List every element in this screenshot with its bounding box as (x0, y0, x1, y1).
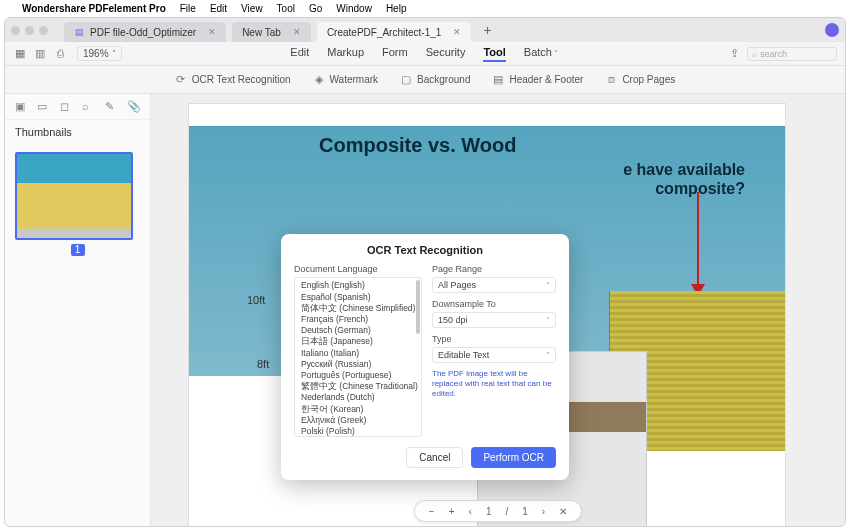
watermark-button[interactable]: ◈Watermark (313, 74, 379, 86)
dialog-title: OCR Text Recognition (294, 244, 556, 256)
menu-window[interactable]: Window (336, 3, 372, 14)
watermark-icon: ◈ (313, 74, 325, 86)
background-label: Background (417, 74, 470, 85)
tab-file-odd-optimizer[interactable]: ▤ PDF file-Odd_Optimizer ✕ (64, 22, 226, 42)
type-select[interactable]: Editable Text ˅ (432, 347, 556, 363)
crop-icon: ⧈ (605, 74, 617, 86)
close-icon[interactable]: ✕ (293, 27, 301, 37)
type-label: Type (432, 334, 556, 344)
pdf-icon: ▤ (74, 27, 84, 37)
ocr-button[interactable]: ⟳OCR Text Recognition (175, 74, 291, 86)
search-placeholder: search (760, 49, 787, 59)
perform-ocr-button[interactable]: Perform OCR (471, 447, 556, 468)
search-icon: ⌕ (752, 49, 757, 59)
language-option[interactable]: Nederlands (Dutch) (299, 392, 417, 403)
ocr-dialog: OCR Text Recognition Document Language E… (281, 234, 569, 480)
menu-security[interactable]: Security (426, 46, 466, 62)
app-window: ▤ PDF file-Odd_Optimizer ✕ New Tab ✕ Cre… (4, 17, 846, 527)
add-tab-button[interactable]: + (483, 22, 491, 38)
tab-createpdf-architect[interactable]: CreatePDF_Architect-1_1 ✕ (317, 22, 472, 42)
language-label: Document Language (294, 264, 422, 274)
language-option[interactable]: Português (Portuguese) (299, 370, 417, 381)
body-area: ▣ ▭ ◻ ⌕ ✎ 📎 Thumbnails 1 Composite vs. W… (5, 94, 845, 526)
app-name: Wondershare PDFelement Pro (22, 3, 166, 14)
language-option[interactable]: 日本語 (Japanese) (299, 336, 417, 347)
menu-view[interactable]: View (241, 3, 263, 14)
type-value: Editable Text (438, 350, 489, 360)
header-footer-icon: ▤ (492, 74, 504, 86)
menu-batch[interactable]: Batch (524, 46, 558, 62)
language-option[interactable]: Deutsch (German) (299, 325, 417, 336)
chevron-down-icon: ˅ (112, 49, 116, 58)
menu-edit[interactable]: Edit (290, 46, 309, 62)
background-icon: ▢ (400, 74, 412, 86)
zoom-select[interactable]: 196% ˅ (77, 46, 122, 61)
crop-button[interactable]: ⧈Crop Pages (605, 74, 675, 86)
chevron-down-icon: ˅ (546, 351, 550, 360)
menu-tool[interactable]: Tool (277, 3, 295, 14)
watermark-label: Watermark (330, 74, 379, 85)
tool-row: ⟳OCR Text Recognition ◈Watermark ▢Backgr… (5, 66, 845, 94)
menu-markup[interactable]: Markup (327, 46, 364, 62)
downsample-select[interactable]: 150 dpi ˅ (432, 312, 556, 328)
window-controls[interactable] (11, 26, 48, 35)
ocr-icon: ⟳ (175, 74, 187, 86)
tab-label: PDF file-Odd_Optimizer (90, 27, 196, 38)
language-option[interactable]: Ελληνικά (Greek) (299, 415, 417, 426)
zoom-value: 196% (83, 48, 109, 59)
menu-form[interactable]: Form (382, 46, 408, 62)
chevron-down-icon: ˅ (546, 316, 550, 325)
language-option[interactable]: Русский (Russian) (299, 359, 417, 370)
cancel-button[interactable]: Cancel (406, 447, 463, 468)
language-option[interactable]: Français (French) (299, 314, 417, 325)
tab-new-tab[interactable]: New Tab ✕ (232, 22, 311, 42)
print-icon[interactable]: ⎙ (53, 46, 67, 60)
search-input[interactable]: ⌕ search (747, 47, 837, 61)
tab-label: New Tab (242, 27, 281, 38)
language-option[interactable]: Italiano (Italian) (299, 347, 417, 358)
tab-label: CreatePDF_Architect-1_1 (327, 27, 442, 38)
ocr-label: OCR Text Recognition (192, 74, 291, 85)
view-grid-icon[interactable]: ▥ (33, 46, 47, 60)
language-listbox[interactable]: English (English)Español (Spanish)简体中文 (… (294, 277, 422, 437)
background-button[interactable]: ▢Background (400, 74, 470, 86)
menu-help[interactable]: Help (386, 3, 407, 14)
scrollbar-thumb[interactable] (416, 280, 420, 334)
page-range-select[interactable]: All Pages ˅ (432, 277, 556, 293)
menu-go[interactable]: Go (309, 3, 322, 14)
header-footer-button[interactable]: ▤Header & Footer (492, 74, 583, 86)
hf-label: Header & Footer (509, 74, 583, 85)
language-option[interactable]: 繁體中文 (Chinese Traditional) (299, 381, 417, 392)
menu-tool[interactable]: Tool (483, 46, 505, 62)
crop-label: Crop Pages (622, 74, 675, 85)
share-icon[interactable]: ⇪ (727, 47, 741, 61)
chevron-down-icon: ˅ (546, 281, 550, 290)
close-icon[interactable]: ✕ (453, 27, 461, 37)
sidebar-toggle-icon[interactable]: ▦ (13, 46, 27, 60)
dialog-overlay: OCR Text Recognition Document Language E… (5, 94, 845, 526)
downsample-value: 150 dpi (438, 315, 468, 325)
language-option[interactable]: 简体中文 (Chinese Simplified) (299, 302, 417, 313)
page-range-value: All Pages (438, 280, 476, 290)
menu-edit[interactable]: Edit (210, 3, 227, 14)
type-hint: The PDF image text will be replaced with… (432, 369, 556, 399)
language-option[interactable]: English (English) (299, 280, 417, 291)
close-icon[interactable]: ✕ (208, 27, 216, 37)
toolbar: ▦ ▥ ⎙ 196% ˅ Edit Markup Form Security T… (5, 42, 845, 66)
language-option[interactable]: Español (Spanish) (299, 291, 417, 302)
titlebar: ▤ PDF file-Odd_Optimizer ✕ New Tab ✕ Cre… (5, 18, 845, 42)
language-option[interactable]: Polski (Polish) (299, 426, 417, 437)
avatar[interactable] (825, 23, 839, 37)
page-range-label: Page Range (432, 264, 556, 274)
menu-file[interactable]: File (180, 3, 196, 14)
language-option[interactable]: 한국어 (Korean) (299, 403, 417, 414)
mac-menubar: Wondershare PDFelement Pro File Edit Vie… (0, 0, 850, 16)
downsample-label: Downsample To (432, 299, 556, 309)
